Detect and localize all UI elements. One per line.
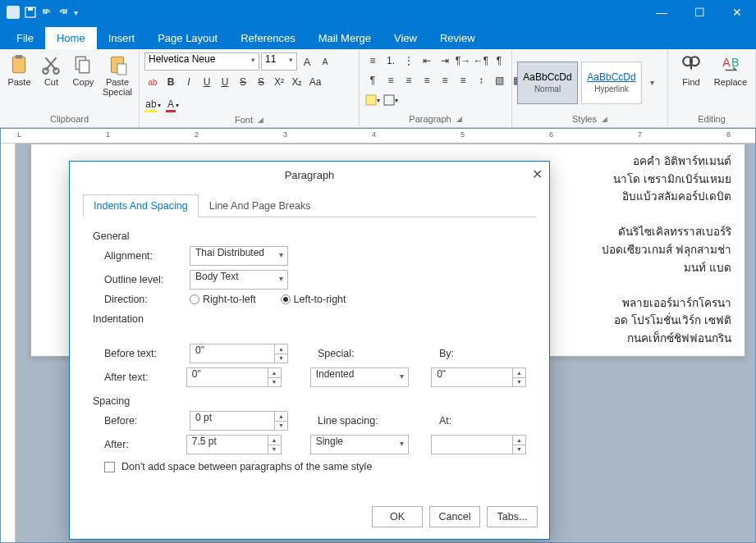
paste-button[interactable]: Paste	[5, 52, 34, 89]
font-launcher-icon[interactable]: ◢	[258, 116, 263, 124]
menu-tab-insert[interactable]: Insert	[97, 27, 147, 49]
at-label: At:	[439, 415, 451, 427]
paragraph-launcher-icon[interactable]: ◢	[456, 115, 462, 123]
line-spacing-button[interactable]: ↕	[473, 72, 489, 89]
paste-special-button[interactable]: Paste Special	[101, 52, 134, 98]
title-bar: ▾ — ☐ ✕	[0, 0, 756, 25]
font-btn-3[interactable]: U	[217, 74, 233, 90]
pilcrow-button[interactable]: ¶	[364, 72, 381, 89]
font-btn-7[interactable]: X₂	[289, 74, 305, 90]
menu-tab-page-layout[interactable]: Page Layout	[146, 27, 229, 49]
align-justify-button[interactable]: ≡	[437, 72, 453, 89]
font-btn-6[interactable]: X²	[271, 74, 287, 90]
menu-tab-view[interactable]: View	[383, 27, 428, 49]
indent-after-input[interactable]: 0"▲▼	[186, 367, 282, 387]
replace-button[interactable]: AB Replace	[712, 52, 749, 89]
find-button[interactable]: Find	[673, 52, 709, 89]
shrink-font-button[interactable]: A	[317, 53, 333, 70]
font-btn-5[interactable]: S	[253, 74, 269, 90]
style-normal[interactable]: AaBbCcDdNormal	[517, 62, 578, 104]
shading-button[interactable]: ▾	[364, 92, 381, 108]
svg-rect-3	[16, 55, 23, 58]
indent-after-label: After text:	[104, 372, 180, 383]
minimize-button[interactable]: —	[643, 0, 680, 25]
direction-ltr-radio[interactable]: Left-to-right	[281, 294, 346, 305]
grow-font-button[interactable]: A	[299, 53, 315, 70]
vertical-ruler[interactable]	[1, 144, 16, 542]
font-btn-8[interactable]: Aa	[307, 74, 323, 90]
font-btn-1[interactable]: I	[181, 74, 197, 90]
undo-icon[interactable]	[41, 7, 53, 18]
outline-level-select[interactable]: Body Text	[190, 270, 288, 290]
spacing-after-input[interactable]: 7.5 pt▲▼	[186, 435, 282, 454]
dialog-tab-indents-and-spacing[interactable]: Indents And Spacing	[83, 194, 199, 217]
direction-rtl-radio[interactable]: Right-to-left	[190, 294, 256, 305]
maximize-button[interactable]: ☐	[680, 0, 718, 25]
by-input[interactable]: 0"▲▼	[431, 367, 526, 387]
spacing-after-label: After:	[104, 439, 180, 450]
alignment-label: Alignment:	[104, 250, 183, 262]
menu-tab-file[interactable]: File	[5, 27, 45, 49]
list-bullet-button[interactable]: ≡	[364, 52, 381, 69]
borders-button[interactable]: ▾	[383, 92, 399, 108]
no-space-checkbox[interactable]	[104, 462, 115, 472]
dialog-close-button[interactable]: ✕	[532, 167, 543, 182]
list-multilevel-button[interactable]: ⋮	[401, 52, 417, 69]
tabs-button[interactable]: Tabs...	[487, 506, 538, 527]
indent-before-label: Before text:	[104, 348, 183, 359]
general-heading: General	[93, 230, 526, 242]
ok-button[interactable]: OK	[372, 506, 423, 527]
spacing-heading: Spacing	[93, 395, 526, 407]
svg-point-4	[44, 68, 49, 74]
rtl-button[interactable]: ←¶	[473, 52, 489, 69]
editing-group-label: Editing	[673, 112, 750, 125]
font-size-select[interactable]: 11	[261, 52, 297, 71]
menu-tab-mail-merge[interactable]: Mail Merge	[307, 27, 383, 49]
line-spacing-select[interactable]: Single	[310, 435, 409, 454]
alignment-select[interactable]: Thai Distributed	[190, 246, 288, 266]
at-input[interactable]: ▲▼	[431, 435, 526, 454]
spacing-before-input[interactable]: 0 pt▲▼	[190, 411, 288, 431]
special-indent-select[interactable]: Indented	[310, 367, 409, 387]
style-hyperlink[interactable]: AaBbCcDdHyperlink	[581, 62, 642, 104]
menu-tab-home[interactable]: Home	[45, 27, 97, 49]
cut-button[interactable]: Cut	[37, 52, 66, 89]
font-btn-4[interactable]: S	[235, 74, 251, 90]
clipboard-group-label: Clipboard	[5, 112, 134, 125]
styles-expand-icon[interactable]: ▾	[645, 78, 658, 87]
svg-point-5	[54, 68, 60, 74]
align-center-button[interactable]: ≡	[401, 72, 417, 89]
menu-tab-references[interactable]: References	[229, 27, 306, 49]
clear-format-button[interactable]: ab	[144, 74, 161, 90]
ltr-button[interactable]: ¶→	[455, 52, 471, 69]
list-number-button[interactable]: 1.	[383, 52, 399, 69]
dialog-tab-line-and-page-breaks[interactable]: Line And Page Breaks	[199, 194, 322, 217]
ribbon: Paste Cut Copy Paste Special Clipboard H…	[0, 49, 756, 128]
indent-before-input[interactable]: 0"▲▼	[190, 344, 288, 363]
save-icon[interactable]	[25, 7, 36, 18]
menu-tab-review[interactable]: Review	[428, 27, 487, 49]
pilcrow-show-button[interactable]: ¶	[491, 52, 507, 69]
styles-launcher-icon[interactable]: ◢	[602, 115, 607, 123]
align-right-button[interactable]: ≡	[419, 72, 435, 89]
align-dist-button[interactable]: ≡	[455, 72, 471, 89]
horizontal-ruler[interactable]: L12345678	[1, 129, 755, 144]
align-left-button[interactable]: ≡	[383, 72, 399, 89]
outline-level-label: Outline level:	[104, 274, 183, 285]
font-color-button[interactable]: A▾	[164, 97, 181, 113]
spacing-before-label: Before:	[104, 415, 183, 427]
outdent-button[interactable]: ⇤	[419, 52, 435, 69]
font-btn-0[interactable]: B	[163, 74, 179, 90]
highlight-button[interactable]: ab▾	[144, 97, 161, 113]
redo-icon[interactable]	[57, 7, 69, 18]
shading-button[interactable]: ▧	[491, 72, 507, 89]
font-name-select[interactable]: Helvetica Neue	[144, 52, 259, 71]
close-button[interactable]: ✕	[718, 0, 756, 25]
copy-button[interactable]: Copy	[69, 52, 98, 89]
font-btn-2[interactable]: U	[199, 74, 215, 90]
qat-customize-icon[interactable]: ▾	[74, 8, 78, 17]
direction-label: Direction:	[104, 294, 183, 305]
cancel-button: Cancel	[429, 506, 480, 527]
svg-rect-11	[384, 95, 394, 105]
indent-button[interactable]: ⇥	[437, 52, 453, 69]
